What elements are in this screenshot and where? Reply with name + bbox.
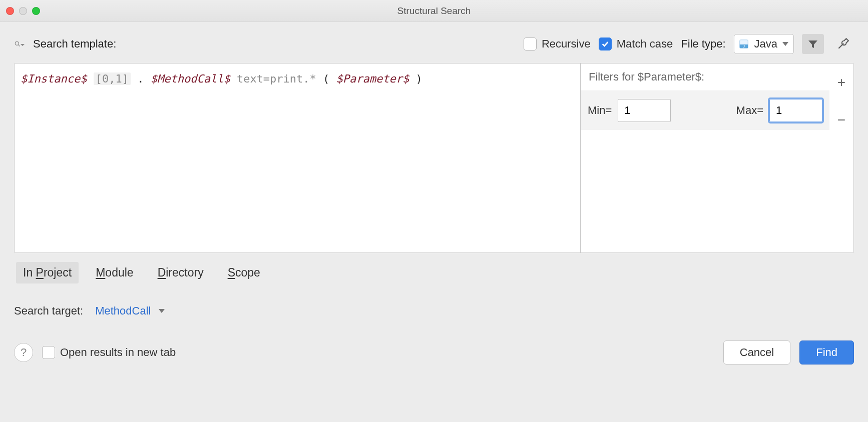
filter-toggle-button[interactable] xyxy=(802,34,824,54)
tab-scope[interactable]: Scope xyxy=(221,262,267,284)
lparen: ( xyxy=(323,72,329,85)
checkbox-icon xyxy=(42,346,55,359)
file-type-label: File type: xyxy=(681,38,725,50)
add-filter-button[interactable]: + xyxy=(829,64,853,102)
search-target-label: Search target: xyxy=(14,304,83,318)
find-button[interactable]: Find xyxy=(799,340,854,364)
file-type-select[interactable]: J Java xyxy=(734,34,794,54)
chevron-down-icon xyxy=(159,309,165,313)
template-variable: $Parameter$ xyxy=(336,72,409,85)
min-label: Min= xyxy=(588,104,612,117)
toolbar: Search template: Recursive Match case Fi… xyxy=(14,34,854,54)
svg-point-0 xyxy=(15,42,19,45)
svg-text:J: J xyxy=(743,44,745,48)
minus-icon: − xyxy=(837,112,845,128)
titlebar: Structural Search xyxy=(0,0,868,22)
tab-directory[interactable]: Directory xyxy=(151,262,211,284)
filters-panel: Filters for $Parameter$: Min= Max= xyxy=(580,64,829,252)
file-type-value: Java xyxy=(754,38,777,50)
max-label: Max= xyxy=(736,104,763,117)
java-file-icon: J xyxy=(738,38,749,50)
checkbox-checked-icon xyxy=(599,38,612,50)
checkbox-icon xyxy=(524,38,537,50)
max-input[interactable] xyxy=(769,99,822,122)
plus-icon: + xyxy=(837,74,845,90)
search-template-label: Search template: xyxy=(33,38,116,50)
min-input[interactable] xyxy=(618,99,671,122)
recursive-checkbox[interactable]: Recursive xyxy=(524,38,591,50)
main-area: $Instance$ [0,1] . $MethodCall$ text=pri… xyxy=(14,63,854,253)
scope-tabs: In Project Module Directory Scope xyxy=(14,262,854,284)
filters-header: Filters for $Parameter$: xyxy=(581,64,829,91)
bottom-bar: ? Open results in new tab Cancel Find xyxy=(14,326,854,364)
count-hint: [0,1] xyxy=(94,72,131,85)
search-icon[interactable] xyxy=(14,38,25,50)
search-template-editor[interactable]: $Instance$ [0,1] . $MethodCall$ text=pri… xyxy=(15,64,580,252)
dot: . xyxy=(137,72,144,85)
recursive-label: Recursive xyxy=(542,38,591,50)
template-variable: $MethodCall$ xyxy=(151,72,230,85)
search-target-dropdown[interactable]: MethodCall xyxy=(95,304,151,318)
chevron-down-icon xyxy=(782,42,788,46)
cancel-button[interactable]: Cancel xyxy=(723,340,790,364)
rparen: ) xyxy=(416,72,422,85)
open-new-tab-checkbox[interactable]: Open results in new tab xyxy=(42,346,176,359)
window-title: Structural Search xyxy=(0,6,868,16)
match-case-label: Match case xyxy=(617,38,673,50)
remove-filter-button[interactable]: − xyxy=(829,102,853,140)
svg-line-5 xyxy=(838,44,843,48)
open-new-tab-label: Open results in new tab xyxy=(60,346,176,359)
tab-in-project[interactable]: In Project xyxy=(16,262,79,284)
help-button[interactable]: ? xyxy=(14,343,33,362)
match-case-checkbox[interactable]: Match case xyxy=(599,38,673,50)
tools-button[interactable] xyxy=(832,34,854,54)
tab-module[interactable]: Module xyxy=(89,262,140,284)
search-target-row: Search target: MethodCall xyxy=(14,292,854,318)
template-variable: $Instance$ xyxy=(21,72,87,85)
filters-body: Min= Max= xyxy=(581,91,829,130)
filter-annotation: text=print.* xyxy=(237,72,316,85)
filters-panel-wrap: Filters for $Parameter$: Min= Max= + − xyxy=(580,64,853,252)
